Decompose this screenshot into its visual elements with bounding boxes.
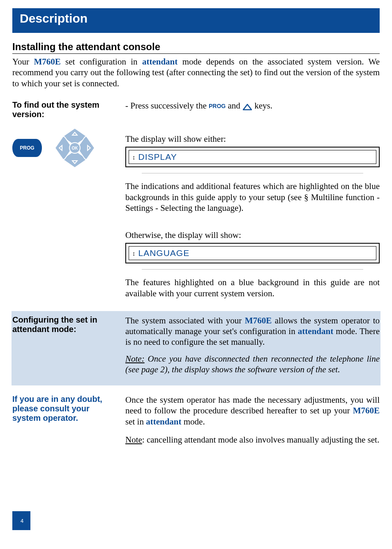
mode-label: attendant <box>298 326 333 336</box>
display-value: DISPLAY <box>138 152 177 162</box>
model-label: M760E <box>353 406 380 415</box>
config-paragraph: The system associated with your M760E al… <box>125 315 380 348</box>
config-note: Note: Once you have disconnected then re… <box>125 353 380 375</box>
left-heading-configuring: Configuring the set in attendant mode: <box>12 315 125 334</box>
mode-label: attendant <box>142 57 178 67</box>
triangle-up-icon <box>242 103 252 110</box>
display-box: ↕ LANGUAGE <box>129 246 376 260</box>
left-heading-doubt: If you are in any doubt, please consult … <box>12 394 125 423</box>
note-label: Note: <box>125 354 145 364</box>
header-bar: Description <box>12 8 380 33</box>
intro-paragraph: Your M760E set configuration in attendan… <box>12 56 380 89</box>
key-icons: PROG OK <box>12 127 118 168</box>
prog-label: PROG <box>20 145 34 151</box>
row-configuring: Configuring the set in attendant mode: T… <box>12 315 380 381</box>
text: set configuration in <box>61 57 142 67</box>
highlight-panel: Configuring the set in attendant mode: T… <box>12 311 380 385</box>
right-content-doubt: Once the system operator has made the ne… <box>125 394 380 452</box>
left-heading-text: To find out the system version: <box>12 100 118 119</box>
model-label: M760E <box>34 57 60 67</box>
text: Once the system operator has made the ne… <box>125 395 380 415</box>
mode-label: attendant <box>146 417 181 427</box>
prog-key-icon: PROG <box>12 139 42 157</box>
updown-arrow-icon: ↕ <box>132 250 136 257</box>
page-number: 4 <box>21 518 23 524</box>
display-box: ↕ DISPLAY <box>129 150 376 164</box>
display-box-outer: ↕ LANGUAGE <box>125 243 380 263</box>
explain-display: The indications and additional features … <box>125 181 380 213</box>
right-content-version: - Press successively the PROG and keys. … <box>125 100 380 299</box>
updown-arrow-icon: ↕ <box>132 154 136 161</box>
otherwise-text: Otherwise, the display will show: <box>125 230 380 240</box>
text: Your <box>12 57 34 67</box>
row-doubt: If you are in any doubt, please consult … <box>12 394 380 452</box>
cancel-note: Note: cancelling attendant mode also inv… <box>125 434 380 445</box>
display-value: LANGUAGE <box>138 248 190 258</box>
note-label: Note <box>125 435 142 445</box>
display-box-outer: ↕ DISPLAY <box>125 147 380 167</box>
operator-paragraph: Once the system operator has made the ne… <box>125 394 380 427</box>
prog-key-inline-icon: PROG <box>209 103 226 110</box>
section-heading: Installing the attendant console <box>12 41 380 54</box>
note-text: : cancelling attendant mode also involve… <box>142 435 379 445</box>
show-either-text: The display will show either: <box>125 134 380 144</box>
page-number-stripe: 4 <box>12 511 30 530</box>
text: keys. <box>252 101 272 111</box>
model-label: M760E <box>245 316 272 325</box>
text: The system associated with your <box>125 316 245 325</box>
left-heading-version: To find out the system version: PROG <box>12 100 125 168</box>
explain-language: The features highlighted on a blue backg… <box>125 277 380 299</box>
note-text: Once you have disconnected then reconnec… <box>125 354 380 374</box>
press-keys-line: - Press successively the PROG and keys. <box>125 100 380 111</box>
row-find-version: To find out the system version: PROG <box>12 100 380 299</box>
svg-text:OK: OK <box>72 146 78 150</box>
text: - Press successively the <box>125 101 209 111</box>
text: mode. <box>182 417 205 427</box>
divider <box>142 269 363 270</box>
text: and <box>226 101 242 111</box>
right-content-configuring: The system associated with your M760E al… <box>125 315 380 381</box>
page: Description Installing the attendant con… <box>0 0 392 530</box>
dpad-icon: OK <box>54 127 95 168</box>
page-title: Description <box>20 12 372 25</box>
divider <box>142 173 363 173</box>
text: set in <box>125 417 146 427</box>
